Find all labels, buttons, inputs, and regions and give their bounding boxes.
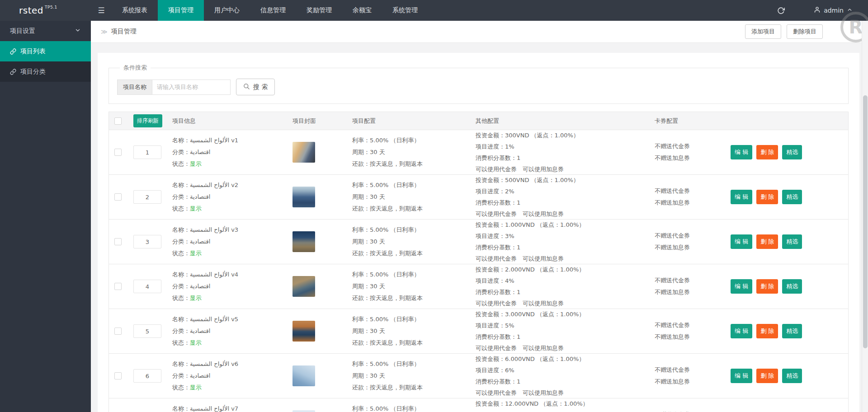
row-checkbox[interactable] [114, 238, 122, 245]
project-name-label: 项目名称 [117, 80, 152, 95]
row-action-button[interactable]: 精选 [782, 234, 802, 249]
vertical-scrollbar[interactable] [862, 21, 868, 412]
chevron-down-icon [75, 27, 81, 35]
sort-order-input[interactable] [133, 369, 161, 383]
row-action-button[interactable]: 精选 [782, 369, 802, 383]
delete-project-button[interactable]: 删除项目 [787, 24, 823, 39]
sort-order-input[interactable] [133, 324, 161, 338]
detail-line: 不赠送代金券 [655, 319, 731, 331]
select-all-checkbox[interactable] [114, 117, 122, 125]
detail-line: 还款：按天返息，到期返本 [352, 292, 476, 304]
search-button[interactable]: 搜 索 [236, 79, 275, 95]
row-action-button[interactable]: 删 除 [756, 369, 778, 383]
row-checkbox[interactable] [114, 328, 122, 335]
header-project-config: 项目配置 [352, 117, 476, 125]
row-action-button[interactable]: 精选 [782, 279, 802, 294]
project-name-input[interactable] [152, 80, 231, 95]
row-action-button[interactable]: 编 辑 [731, 145, 752, 159]
detail-line: 利率：5.00% （日利率） [352, 403, 476, 412]
coupon-config-cell: 不赠送代金券不赠送加息券 [655, 409, 731, 412]
nav-item-link[interactable]: 系统报表 [112, 0, 158, 21]
detail-line: 还款：按天返息，到期返本 [352, 248, 476, 259]
detail-line: 项目进度：2% [476, 186, 655, 197]
nav-item-link[interactable]: 信息管理 [250, 0, 296, 21]
detail-line: 利率：5.00% （日利率） [352, 269, 476, 281]
status-badge[interactable]: 显示 [190, 339, 202, 346]
detail-line: 消费积分基数：1 [476, 242, 655, 253]
nav-item-link[interactable]: 系统管理 [382, 0, 428, 21]
row-action-button[interactable]: 编 辑 [731, 190, 752, 204]
detail-line: 利率：5.00% （日利率） [352, 179, 476, 191]
row-checkbox[interactable] [114, 283, 122, 290]
row-checkbox[interactable] [114, 372, 122, 379]
status-badge[interactable]: 显示 [190, 205, 202, 212]
project-info-cell: 名称：الألواح الشمسية v3 分类：اقتصادية 状态：显示 [172, 224, 292, 259]
name-label: 名称： [172, 226, 190, 233]
search-row: 项目名称 搜 索 [117, 79, 840, 95]
row-checkbox[interactable] [114, 193, 122, 201]
row-action-button[interactable]: 编 辑 [731, 234, 752, 249]
project-config-cell: 利率：5.00% （日利率）周期：30 天还款：按天返息，到期返本 [352, 314, 476, 349]
row-checkbox[interactable] [114, 149, 122, 156]
project-cover-image [292, 231, 315, 252]
project-name: الألواح الشمسية v3 [190, 226, 238, 233]
row-action-button[interactable]: 精选 [782, 324, 802, 338]
detail-line: 投资金额：3.000VND （返点：1.00%） [476, 309, 655, 320]
status-label: 状态： [172, 250, 190, 257]
status-badge[interactable]: 显示 [190, 295, 202, 301]
detail-line: 还款：按天返息，到期返本 [352, 337, 476, 349]
search-icon [243, 83, 250, 91]
nav-item-active[interactable]: 项目管理 [158, 0, 204, 21]
row-action-button[interactable]: 删 除 [756, 190, 778, 204]
other-config-cell: 投资金额：300VND （返点：1.00%）项目进度：1%消费积分基数：1可以使… [476, 130, 655, 175]
refresh-icon[interactable] [777, 7, 785, 14]
sort-order-input[interactable] [133, 145, 161, 159]
link-icon [10, 48, 16, 55]
row-action-button[interactable]: 编 辑 [731, 279, 752, 294]
row-action-button[interactable]: 编 辑 [731, 369, 752, 383]
nav-item-link[interactable]: 余额宝 [342, 0, 382, 21]
page-actions: 添加项目 删除项目 [745, 24, 858, 39]
table-row: 名称：الألواح الشمسية v1 分类：اقتصادية 状态：显示 … [109, 130, 848, 175]
logo-text: rsted [19, 5, 43, 16]
detail-line: 周期：30 天 [352, 370, 476, 382]
project-info-cell: 名称：الألواح الشمسية v6 分类：اقتصادية 状态：显示 [172, 358, 292, 393]
sort-refresh-button[interactable]: 排序刷新 [133, 114, 162, 127]
sort-order-input[interactable] [133, 190, 161, 204]
category-label: 分类： [172, 283, 190, 290]
nav-item-link[interactable]: 奖励管理 [296, 0, 342, 21]
row-action-button[interactable]: 删 除 [756, 279, 778, 294]
status-badge[interactable]: 显示 [190, 250, 202, 257]
project-table: 排序刷新 项目信息 项目封面 项目配置 其他配置 卡券配置 名称：الألواح… [108, 112, 849, 412]
row-action-button[interactable]: 精选 [782, 145, 802, 159]
user-menu[interactable]: admin [814, 6, 853, 14]
row-action-button[interactable]: 编 辑 [731, 324, 752, 338]
other-config-cell: 投资金额：1.000VND （返点：1.00%）项目进度：3%消费积分基数：1可… [476, 219, 655, 264]
status-badge[interactable]: 显示 [190, 160, 202, 167]
row-action-button[interactable]: 删 除 [756, 145, 778, 159]
project-cover-image [292, 321, 315, 342]
sort-order-input[interactable] [133, 280, 161, 293]
nav-item-link[interactable]: 用户中心 [204, 0, 250, 21]
project-category: اقتصادية [190, 328, 210, 334]
sort-order-input[interactable] [133, 235, 161, 248]
status-badge[interactable]: 显示 [190, 384, 202, 391]
other-config-cell: 投资金额：12.000VND （返点：1.00%）项目进度：7%消费积分基数：1… [476, 398, 655, 412]
breadcrumb: ≫ 项目管理 [101, 28, 137, 36]
row-action-button[interactable]: 精选 [782, 190, 802, 204]
hamburger-menu-icon[interactable]: ☰ [91, 0, 112, 21]
sidebar-group-project-settings[interactable]: 项目设置 [0, 21, 91, 41]
detail-line: 可以使用代金券 可以使用加息券 [476, 298, 655, 309]
sidebar-item[interactable]: 项目列表 [0, 41, 91, 61]
sidebar-item[interactable]: 项目分类 [0, 61, 91, 82]
row-action-button[interactable]: 删 除 [756, 324, 778, 338]
project-category: اقتصادية [190, 283, 210, 290]
project-name: الألواح الشمسية v2 [190, 182, 238, 188]
detail-line: 消费积分基数：1 [476, 376, 655, 387]
add-project-button[interactable]: 添加项目 [745, 24, 781, 39]
project-cover-image [292, 142, 315, 163]
scrollbar-thumb[interactable] [863, 95, 868, 348]
row-action-button[interactable]: 删 除 [756, 234, 778, 249]
detail-line: 不赠送加息券 [655, 331, 731, 343]
detail-line: 周期：30 天 [352, 325, 476, 337]
